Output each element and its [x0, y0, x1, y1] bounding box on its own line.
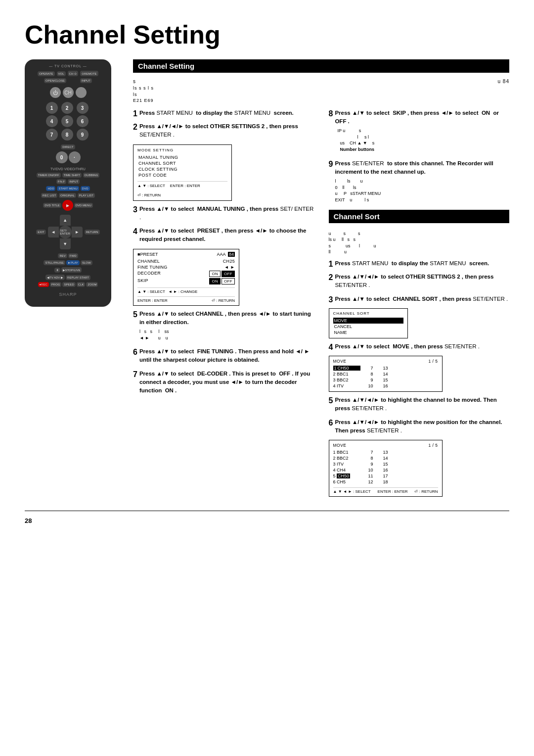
move-row4-c3: 16 [377, 383, 388, 388]
ms2-legend-enter: ENTER : ENTER [378, 489, 408, 494]
channel-sort-header: Channel Sort [329, 210, 510, 223]
dpad-enter-btn[interactable]: SET/ENTER [59, 226, 72, 238]
pause2-btn[interactable]: ⏸ [54, 268, 60, 273]
ms2-legend-return: ⏎ : RETURN [414, 489, 438, 494]
timeronoff-btn[interactable]: TIMER ON/OFF [37, 173, 61, 178]
move-row2-c3: 14 [377, 372, 388, 377]
cs-step2: 2 Press ▲/▼/◄/► to select OTHER SETTINGS… [329, 273, 510, 290]
mode-legend-enter: ENTER : ENTER [170, 184, 200, 188]
input2-btn[interactable]: INPUT [68, 179, 80, 184]
ch-circle-btn[interactable] [76, 87, 87, 98]
sort-move-item: MOVE [333, 318, 403, 324]
page-title: Channel Setting [25, 20, 509, 49]
dvdmenu-btn[interactable]: DVD MENU [74, 203, 93, 208]
timeshift-btn[interactable]: TIME SHIFT [62, 173, 82, 178]
move-row3-name: 3 BBC2 [333, 378, 360, 382]
clock-btn[interactable]: CLK [77, 282, 86, 287]
input-btn[interactable]: INPUT [80, 78, 92, 83]
playlist-btn[interactable]: PLAY LIST [78, 193, 95, 198]
num2-btn[interactable]: 2 [61, 102, 73, 114]
sort-name-item: NAME [333, 330, 403, 335]
step5: 5 Press ▲/▼ to select CHANNEL , then pre… [133, 310, 314, 343]
ms2-row3: 3 ITV [333, 462, 360, 467]
ms2-row5: 5 CH50 [333, 473, 360, 478]
move-row2-c2: 8 [364, 372, 373, 377]
original-btn[interactable]: ORIGINAL [59, 193, 76, 198]
move-row2-name: 2 BBC1 [333, 372, 360, 377]
ch-up-btn[interactable]: CH [63, 87, 74, 98]
exit-btn[interactable]: EXIT [36, 230, 45, 235]
operate-btn[interactable]: OPERATE [38, 71, 54, 76]
remote-control-image: — TV CONTROL — OPERATE VOL CH ⊙ ⊙REMOTE … [25, 59, 121, 501]
dvdtitle-btn[interactable]: DVD TITLE [43, 203, 61, 208]
ms2-r2c2: 8 [364, 456, 373, 461]
num5-btn[interactable]: 5 [61, 115, 73, 127]
ms2-r5c3: 17 [377, 473, 388, 478]
num1-btn[interactable]: 1 [46, 102, 58, 114]
mode-setting-title: MODE SETTING [137, 148, 227, 152]
num9-btn[interactable]: 9 [77, 129, 89, 141]
preset-screen: ■PRESET AAA 84 CHANNEL CH25 FINE TUNING … [133, 249, 239, 306]
tvadv-btn[interactable]: ◀TV ADV ▶ [45, 275, 65, 280]
dubbing-btn[interactable]: DUBBING [83, 173, 99, 178]
remote-top-label: — TV CONTROL — [29, 64, 107, 68]
dpad-left-btn[interactable]: ◄ [48, 227, 59, 237]
step3: 3 Press ▲/▼ to select MANUAL TUNING , th… [133, 205, 314, 222]
num4-btn[interactable]: 4 [46, 115, 58, 127]
dpad-down-btn[interactable]: ▼ [60, 238, 71, 249]
clock-setting-item: CLOCK SETTING [137, 166, 227, 172]
ms2-r3c3: 15 [377, 462, 388, 467]
num6-btn[interactable]: 6 [77, 115, 89, 127]
speed-btn[interactable]: SPEED [62, 282, 75, 287]
channel-sort-section: Channel Sort u s s ls u ll s s s us l u … [329, 210, 510, 497]
stopive-btn[interactable]: ▶STOP/LIVE [61, 267, 82, 273]
cs-step3: 3 Press ▲/▼ to select CHANNEL SORT , the… [329, 295, 510, 303]
dpad-up-btn[interactable]: ▲ [60, 215, 71, 226]
dvd-btn[interactable]: DVD [81, 186, 90, 191]
move-page-1: 1 / 5 [428, 359, 438, 364]
page-number: 28 [25, 517, 32, 524]
replaystart-btn[interactable]: REPLAY START [66, 275, 90, 280]
play2-btn[interactable]: ►PLAY [66, 260, 80, 265]
rev-btn[interactable]: REV [58, 253, 67, 258]
screen-line2: ls s s l s [133, 85, 509, 92]
tv-power-btn[interactable]: ⏻ [50, 87, 61, 98]
num3-btn[interactable]: 3 [77, 102, 89, 114]
preset-finetuning-label: FINE TUNING [137, 265, 168, 270]
prog-btn[interactable]: PROG [50, 282, 62, 287]
pnf-btn[interactable]: P.N.F [56, 179, 67, 184]
move-title-2: MOVE [333, 443, 347, 448]
direct-btn[interactable]: DIRECT [61, 144, 75, 149]
hdd-btn[interactable]: HDD [46, 186, 55, 191]
step4: 4 Press ▲/▼ to select PRESET , then pres… [133, 227, 314, 244]
fwd-btn[interactable]: FWD [68, 253, 78, 258]
ms2-r4c3: 16 [377, 468, 388, 472]
num8-btn[interactable]: 8 [61, 129, 73, 141]
mode-legend-return: ⏎ : RETURN [137, 193, 161, 197]
ch-btn[interactable]: CH ⊙ [68, 71, 78, 76]
rec-btn[interactable]: ●REC [38, 282, 49, 287]
move-screen-2: MOVE 1 / 5 1 BBC1 7 13 2 BBC2 [329, 440, 443, 497]
preset-decoder-label: DECODER [137, 271, 161, 277]
numstar-btn[interactable]: · [69, 151, 81, 163]
vol-btn[interactable]: VOL [57, 71, 66, 76]
step6: 6 Press ▲/▼ to select FINE TUNING . Then… [133, 347, 314, 365]
stillpause-btn[interactable]: STILL/PAUSE [44, 260, 65, 265]
num7-btn[interactable]: 7 [46, 129, 58, 141]
decoder-on: ON [209, 271, 221, 277]
zoom-btn[interactable]: ZOOM [86, 282, 98, 287]
return-btn[interactable]: RETURN [85, 230, 100, 235]
slow-btn[interactable]: SLOW [81, 260, 92, 265]
preset-decoder-val: ON OFF [209, 271, 235, 277]
open-close-btn[interactable]: OPEN/CLOSE [44, 78, 66, 83]
mode-setting-screen: MODE SETTING MANUAL TUNING CHANNEL SORT … [133, 144, 232, 201]
play-btn[interactable]: ▶ [62, 200, 73, 211]
startmenu-btn[interactable]: START MENU [57, 186, 79, 191]
dpad-right-btn[interactable]: ► [72, 227, 83, 237]
remote-btn[interactable]: ⊙REMOTE [80, 71, 98, 76]
num0-btn[interactable]: 0 [56, 151, 68, 163]
reclist-btn[interactable]: REC LIST [41, 193, 57, 198]
cs-step5: 5 Press ▲/▼/◄/► to highlight the channel… [329, 396, 510, 413]
channel-setting-header: Channel Setting [133, 59, 509, 73]
cs-step6: 6 Press ▲/▼/◄/► to highlight the new pos… [329, 418, 510, 435]
